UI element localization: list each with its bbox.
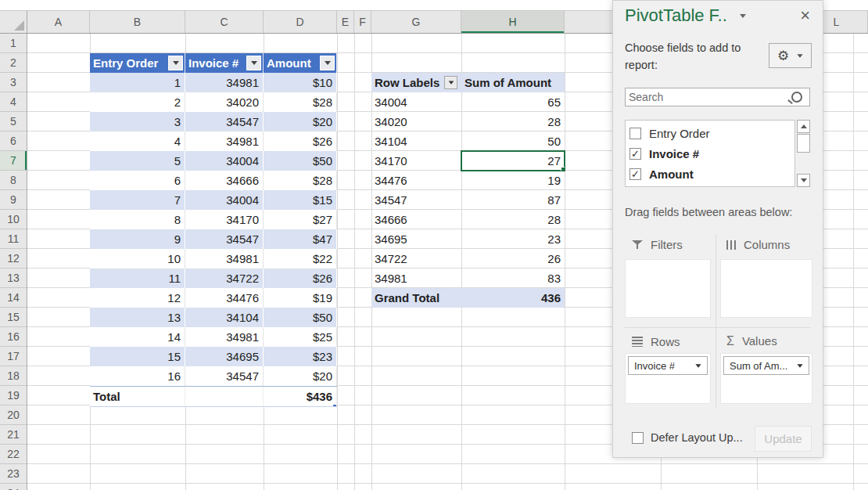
selected-cell[interactable]: 27 <box>461 151 565 171</box>
pivot-row-label-cell[interactable]: 34020 <box>371 112 461 132</box>
scroll-up-button[interactable] <box>797 120 810 133</box>
table-cell[interactable]: 34981 <box>185 327 264 347</box>
pivot-filter-button[interactable] <box>444 76 457 89</box>
column-header-A[interactable]: A <box>27 11 90 33</box>
values-drop-area[interactable]: Sum of Am... <box>720 353 812 404</box>
table-cell[interactable]: 14 <box>90 327 185 347</box>
column-header-C[interactable]: C <box>185 11 264 33</box>
field-list-scrollbar[interactable] <box>797 120 810 187</box>
row-header-21[interactable]: 21 <box>0 425 27 445</box>
total-amount[interactable]: $436 <box>264 387 337 406</box>
search-input[interactable] <box>626 91 791 103</box>
table-cell[interactable]: 34695 <box>185 347 264 366</box>
row-header-11[interactable]: 11 <box>0 229 27 249</box>
pivot-row-label-cell[interactable]: 34004 <box>371 92 461 112</box>
table-cell[interactable]: $10 <box>264 73 337 92</box>
row-header-6[interactable]: 6 <box>0 132 27 151</box>
pivot-value-cell[interactable]: 65 <box>461 92 565 112</box>
table-cell[interactable]: 9 <box>90 229 185 249</box>
table-cell[interactable]: 34004 <box>185 151 264 171</box>
table-cell[interactable]: 34547 <box>185 366 264 386</box>
table-cell[interactable]: 7 <box>90 190 185 210</box>
pivot-value-cell[interactable]: 26 <box>461 249 565 268</box>
tools-button[interactable]: ⚙ <box>769 43 812 68</box>
table-cell[interactable]: 15 <box>90 347 185 366</box>
columns-drop-area[interactable] <box>720 259 812 318</box>
filter-button[interactable] <box>168 56 183 70</box>
table-cell[interactable]: 10 <box>90 249 185 268</box>
row-header-8[interactable]: 8 <box>0 171 27 190</box>
pivot-row-label-cell[interactable]: 34695 <box>371 229 461 249</box>
checkbox-unchecked[interactable] <box>629 128 641 139</box>
table-cell[interactable]: 34981 <box>185 73 264 92</box>
grand-total-value[interactable]: 436 <box>461 288 565 308</box>
table-cell[interactable]: 34020 <box>185 92 264 112</box>
row-header-19[interactable]: 19 <box>0 386 27 405</box>
pivot-value-cell[interactable]: 87 <box>461 190 565 210</box>
table-cell[interactable]: 34981 <box>185 132 264 151</box>
pivot-row-label-cell[interactable]: 34547 <box>371 190 461 210</box>
scroll-thumb[interactable] <box>797 134 810 153</box>
update-button[interactable]: Update <box>755 426 812 452</box>
checkbox-checked[interactable]: ✓ <box>629 168 641 180</box>
pivot-value-cell[interactable]: 23 <box>461 229 565 249</box>
pivot-row-label-cell[interactable]: 34722 <box>371 249 461 268</box>
table-cell[interactable]: 12 <box>90 288 185 308</box>
column-header-H[interactable]: H <box>461 11 565 33</box>
row-header-5[interactable]: 5 <box>0 112 27 132</box>
total-empty-cell[interactable] <box>185 387 264 406</box>
table-cell[interactable]: $47 <box>264 229 337 249</box>
panel-close-icon[interactable]: × <box>795 7 815 24</box>
row-header-2[interactable]: 2 <box>0 53 27 73</box>
row-header-18[interactable]: 18 <box>0 366 27 386</box>
table-cell[interactable]: $22 <box>264 249 337 268</box>
panel-options-caret-icon[interactable] <box>740 14 746 18</box>
table-cell[interactable]: $28 <box>264 171 337 190</box>
row-header-22[interactable]: 22 <box>0 445 27 464</box>
table-cell[interactable]: 3 <box>90 112 185 132</box>
values-field-pill[interactable]: Sum of Am... <box>723 356 809 375</box>
pivot-row-label-cell[interactable]: 34666 <box>371 210 461 229</box>
row-header-9[interactable]: 9 <box>0 190 27 210</box>
table-cell[interactable]: $50 <box>264 151 337 171</box>
table-cell[interactable]: $26 <box>264 268 337 288</box>
column-header-E[interactable]: E <box>337 11 354 33</box>
row-header-15[interactable]: 15 <box>0 308 27 327</box>
table-cell[interactable]: 11 <box>90 268 185 288</box>
pivot-value-cell[interactable]: 28 <box>461 210 565 229</box>
filter-button[interactable] <box>246 56 261 70</box>
table-cell[interactable]: 34104 <box>185 308 264 327</box>
pivot-row-label-cell[interactable]: 34170 <box>371 151 461 171</box>
pivot-value-cell[interactable]: 83 <box>461 268 565 288</box>
table-cell[interactable]: 34547 <box>185 229 264 249</box>
pivot-row-label-cell[interactable]: 34981 <box>371 268 461 288</box>
table-cell[interactable]: $27 <box>264 210 337 229</box>
table-cell[interactable]: 34722 <box>185 268 264 288</box>
row-header-12[interactable]: 12 <box>0 249 27 268</box>
table-cell[interactable]: 1 <box>90 73 185 92</box>
table-cell[interactable]: 34666 <box>185 171 264 190</box>
table-cell[interactable]: 34476 <box>185 288 264 308</box>
checkbox-checked[interactable]: ✓ <box>629 148 641 160</box>
scroll-down-button[interactable] <box>797 174 810 187</box>
field-item-invoice[interactable]: ✓Invoice # <box>626 143 794 164</box>
pivot-row-label-cell[interactable]: 34104 <box>371 132 461 151</box>
defer-layout-checkbox[interactable] <box>632 432 644 444</box>
total-label[interactable]: Total <box>90 387 185 406</box>
table-cell[interactable]: 2 <box>90 92 185 112</box>
row-header-20[interactable]: 20 <box>0 405 27 425</box>
table-cell[interactable]: 5 <box>90 151 185 171</box>
grand-total-label[interactable]: Grand Total <box>371 288 461 308</box>
table-cell[interactable]: 13 <box>90 308 185 327</box>
table-cell[interactable]: $15 <box>264 190 337 210</box>
table-cell[interactable]: $20 <box>264 112 337 132</box>
row-header-10[interactable]: 10 <box>0 210 27 229</box>
pivot-value-cell[interactable]: 50 <box>461 132 565 151</box>
table-cell[interactable]: 34170 <box>185 210 264 229</box>
table-cell[interactable]: $28 <box>264 92 337 112</box>
filter-button[interactable] <box>320 56 335 70</box>
table-cell[interactable]: $50 <box>264 308 337 327</box>
row-header-17[interactable]: 17 <box>0 347 27 366</box>
table-cell[interactable]: 34547 <box>185 112 264 132</box>
pivot-value-cell[interactable]: 28 <box>461 112 565 132</box>
